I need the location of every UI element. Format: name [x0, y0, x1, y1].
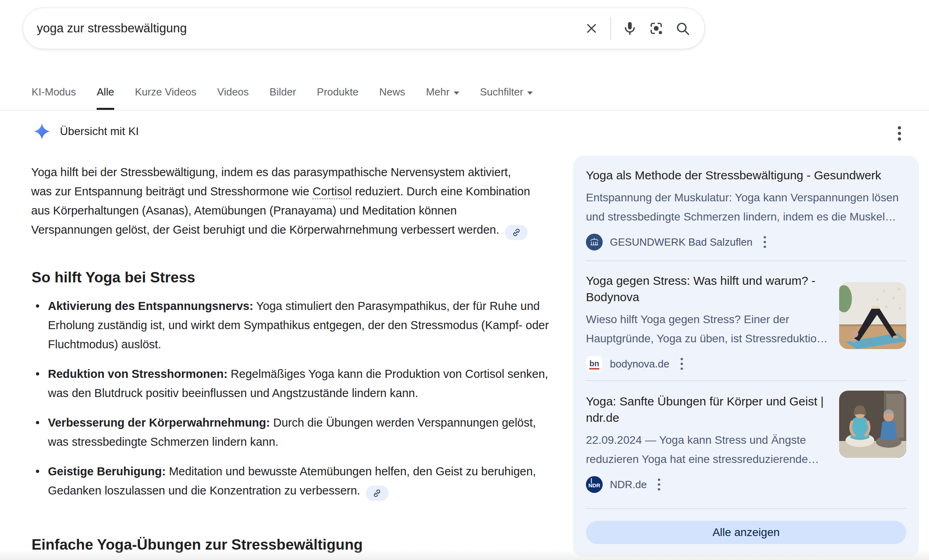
- svg-text:bn: bn: [590, 359, 599, 368]
- ndr-logo-icon: NDR: [586, 476, 603, 493]
- meditation-illustration: [839, 391, 906, 458]
- tab-mehr[interactable]: Mehr: [426, 86, 459, 110]
- source-card-snippet: Wieso hilft Yoga gegen Stress? Einer der…: [586, 310, 836, 348]
- ai-sparkle-icon: [34, 123, 50, 140]
- tab-label: Kurze Videos: [135, 86, 197, 98]
- list-item: Verbesserung der Körperwahrnehmung: Durc…: [31, 413, 552, 451]
- result-thumbnail-meditation[interactable]: [839, 391, 906, 458]
- kebab-dot: [764, 236, 766, 238]
- list-item: Reduktion von Stresshormonen: Regelmäßig…: [31, 364, 552, 403]
- kebab-dot: [658, 488, 660, 490]
- search-submit-button[interactable]: [669, 14, 696, 43]
- tab-label: Videos: [217, 86, 249, 98]
- source-card-title[interactable]: Yoga gegen Stress: Was hilft und warum? …: [586, 272, 832, 305]
- source-card-title[interactable]: Yoga: Sanfte Übungen für Körper und Geis…: [586, 393, 832, 426]
- tab-news[interactable]: News: [379, 86, 405, 110]
- citation-link-chip[interactable]: [366, 486, 389, 501]
- ai-overview-header: Übersicht mit KI: [34, 123, 139, 140]
- section-heading-so-hilft-yoga: So hilft Yoga bei Stress: [32, 269, 195, 286]
- source-card[interactable]: Yoga: Sanfte Übungen für Körper und Geis…: [586, 393, 906, 493]
- source-name: GESUNDWERK Bad Salzuflen: [610, 236, 752, 248]
- search-input[interactable]: [36, 21, 578, 36]
- tab-label: Produkte: [317, 86, 358, 98]
- tab-suchfilter[interactable]: Suchfilter: [480, 86, 533, 110]
- list-item: Geistige Beruhigung: Meditation und bewu…: [31, 462, 552, 501]
- svg-text:NDR: NDR: [588, 483, 600, 489]
- kebab-dot: [681, 367, 683, 370]
- tab-label: Bilder: [270, 86, 296, 98]
- kebab-dot: [764, 241, 766, 243]
- kebab-dot: [898, 137, 901, 141]
- bullet-lead: Verbesserung der Körperwahrnehmung:: [48, 416, 270, 429]
- source-attribution-row: bn bodynova.de: [586, 355, 906, 372]
- gesundwerk-logo-icon: [586, 234, 603, 250]
- source-name: bodynova.de: [610, 358, 669, 370]
- bodynova-logo-icon: bn: [586, 355, 603, 372]
- clear-search-button[interactable]: [578, 14, 605, 43]
- source-card-snippet: 22.09.2024 — Yoga kann Stress und Ängste…: [586, 431, 836, 469]
- source-attribution-row: NDR NDR.de: [586, 476, 906, 493]
- sources-panel: Yoga als Methode der Stressbewältigung -…: [573, 156, 919, 557]
- citation-link-chip[interactable]: [505, 225, 528, 240]
- ai-overview-label: Übersicht mit KI: [60, 125, 139, 138]
- search-bar: [23, 8, 705, 49]
- tab-kurze-videos[interactable]: Kurze Videos: [135, 86, 197, 110]
- tab-label: News: [379, 86, 405, 98]
- list-item: Aktivierung des Entspannungsnervs: Yoga …: [31, 296, 552, 354]
- kebab-dot: [681, 358, 683, 360]
- tab-label: Mehr: [426, 86, 449, 98]
- tab-label: KI-Modus: [32, 86, 76, 98]
- kebab-dot: [764, 246, 766, 248]
- dropdown-arrow-icon: [527, 91, 533, 95]
- search-actions-divider: [610, 17, 611, 40]
- tab-label: Suchfilter: [480, 86, 523, 98]
- tab-label: Alle: [97, 86, 114, 98]
- link-icon: [512, 228, 521, 237]
- result-type-tabs: KI-Modus Alle Kurze Videos Videos Bilder…: [32, 86, 533, 110]
- source-card-snippet: Entspannung der Muskulatur: Yoga kann Ve…: [586, 188, 906, 226]
- kebab-dot: [658, 483, 660, 486]
- ai-overview-intro-paragraph: Yoga hilft bei der Stressbewältigung, in…: [31, 163, 532, 240]
- card-divider: [586, 260, 906, 261]
- kebab-dot: [898, 126, 901, 129]
- benefits-list: Aktivierung des Entspannungsnervs: Yoga …: [31, 296, 552, 511]
- tab-ki-modus[interactable]: KI-Modus: [32, 86, 76, 110]
- search-icon: [675, 20, 691, 36]
- show-all-button[interactable]: Alle anzeigen: [586, 521, 906, 544]
- source-name: NDR.de: [610, 479, 647, 491]
- lens-camera-icon: [648, 20, 664, 36]
- search-actions: [578, 14, 696, 43]
- voice-search-button[interactable]: [617, 14, 643, 43]
- source-card-title[interactable]: Yoga als Methode der Stressbewältigung -…: [586, 167, 906, 183]
- bullet-lead: Aktivierung des Entspannungsnervs:: [48, 300, 253, 312]
- link-icon: [372, 489, 382, 498]
- tabs-bottom-divider: [0, 110, 929, 111]
- source-card[interactable]: Yoga als Methode der Stressbewältigung -…: [586, 167, 906, 250]
- microphone-icon: [622, 20, 638, 36]
- dropdown-arrow-icon: [454, 91, 459, 95]
- result-thumbnail-yoga-pose[interactable]: [839, 282, 906, 349]
- section-heading-einfache-yoga-uebungen: Einfache Yoga-Übungen zur Stressbewältig…: [32, 536, 363, 553]
- source-attribution-row: GESUNDWERK Bad Salzuflen: [586, 234, 906, 250]
- cortisol-term-link[interactable]: Cortisol: [312, 185, 351, 199]
- source-card[interactable]: Yoga gegen Stress: Was hilft und warum? …: [586, 272, 906, 372]
- source-options-button[interactable]: [677, 356, 687, 371]
- kebab-dot: [681, 363, 683, 365]
- tab-alle[interactable]: Alle: [97, 86, 114, 110]
- kebab-dot: [658, 479, 660, 481]
- bullet-lead: Geistige Beruhigung:: [48, 465, 166, 478]
- tab-videos[interactable]: Videos: [217, 86, 249, 110]
- ai-overview-menu-button[interactable]: [895, 123, 904, 144]
- kebab-dot: [898, 132, 901, 135]
- downward-dog-illustration: [839, 282, 906, 349]
- tab-produkte[interactable]: Produkte: [317, 86, 358, 110]
- source-options-button[interactable]: [654, 477, 664, 492]
- card-divider: [586, 380, 906, 381]
- lens-search-button[interactable]: [643, 14, 669, 43]
- bullet-lead: Reduktion von Stresshormonen:: [48, 367, 228, 380]
- card-divider: [586, 508, 906, 509]
- close-icon: [584, 21, 599, 36]
- source-options-button[interactable]: [760, 234, 770, 250]
- tab-bilder[interactable]: Bilder: [270, 86, 296, 110]
